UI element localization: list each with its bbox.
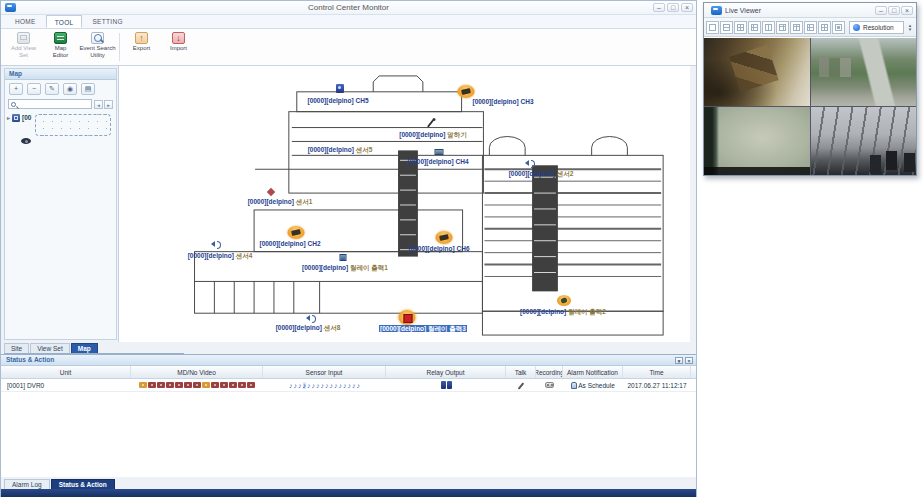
camera-feed-corridor-blurred[interactable]	[704, 107, 810, 175]
sidebar-tab-map[interactable]: Map	[71, 343, 98, 353]
sensor-status-icon[interactable]: ♪	[348, 382, 352, 389]
speaker-icon[interactable]	[306, 314, 316, 322]
camera-status-icon[interactable]	[247, 382, 255, 388]
relay-alarm-icon[interactable]	[399, 310, 416, 325]
sensor-status-icon[interactable]: ♪	[352, 382, 356, 389]
speaker-icon[interactable]	[525, 159, 535, 167]
bottom-tab-alarm-log[interactable]: Alarm Log	[4, 479, 50, 489]
ribbon-tab-setting[interactable]: SETTING	[84, 15, 130, 28]
map-device-label[interactable]: [0000][delpino] CH5	[307, 97, 368, 104]
relay-active-icon[interactable]	[557, 295, 571, 306]
relay-icon[interactable]	[340, 254, 347, 261]
speaker-icon[interactable]	[211, 240, 221, 248]
recording-icon[interactable]	[545, 382, 554, 388]
search-input[interactable]	[8, 99, 92, 109]
map-device-label[interactable]: [0000][delpino] CH2	[259, 240, 320, 247]
layout-16-icon[interactable]	[818, 21, 831, 34]
live-viewer-titlebar[interactable]: Live Viewer – □ ×	[704, 3, 916, 18]
map-device-label[interactable]: [0000][delpino] CH3	[472, 98, 533, 105]
sensor-status-icon[interactable]: ♪	[316, 382, 320, 389]
map-device-label[interactable]: [0000][delpino] CH6	[408, 245, 469, 252]
prev-icon[interactable]: ◂	[94, 100, 103, 109]
sidebar-tab-view-set[interactable]: View Set	[30, 343, 70, 353]
layout-8-icon[interactable]	[762, 21, 775, 34]
map-device-label[interactable]: [0000][delpino] 말하기	[399, 131, 467, 138]
lv-close-button[interactable]: ×	[901, 6, 913, 15]
expander-icon[interactable]: ▸	[7, 114, 10, 122]
camera-status-icon[interactable]	[157, 382, 165, 388]
map-editor-button[interactable]: Map Editor	[42, 31, 79, 63]
sensor-status-icon[interactable]: ♪	[343, 382, 347, 389]
layout-9-icon[interactable]	[776, 21, 789, 34]
sensor-status-icon[interactable]: ♪	[330, 382, 334, 389]
camera-alert-icon[interactable]	[458, 85, 475, 98]
map-device-label[interactable]: [0000][delpino] 센서5	[308, 146, 373, 153]
status-table-row[interactable]: [0001] DVR0♪♪♪♪♪♪♪♪♪♪♪♪♪♪♪♪As Schedule20…	[1, 379, 696, 392]
camera-status-icon[interactable]	[184, 382, 192, 388]
map-device-label[interactable]: [0000][delpino] 릴레이 출력1	[302, 264, 388, 271]
map-device-label[interactable]: [0000][delpino] 센서4	[188, 252, 253, 259]
camera-status-icon[interactable]	[139, 382, 147, 388]
export-button[interactable]: ↑Export	[123, 31, 160, 63]
sensor-status-icon[interactable]: ♪	[298, 382, 302, 389]
add-icon[interactable]: +	[9, 83, 23, 95]
sensor-status-icon[interactable]: ♪	[307, 382, 311, 389]
mic-icon[interactable]	[427, 118, 436, 128]
event-search-utility-button[interactable]: Event Search Utility	[79, 31, 116, 63]
map-view[interactable]: [0000][delpino] CH5[0000][delpino] CH3[0…	[118, 66, 690, 342]
tree-item[interactable]: ▸[00	[7, 114, 114, 136]
relay-status-icon[interactable]	[447, 381, 452, 389]
camera-status-icon[interactable]	[175, 382, 183, 388]
map-device-label[interactable]: [0000][delpino] 센서8	[276, 324, 341, 331]
layout-6-icon[interactable]	[748, 21, 761, 34]
layout-4-icon[interactable]	[734, 21, 747, 34]
layout-1-icon[interactable]	[706, 21, 719, 34]
camera-status-icon[interactable]	[211, 382, 219, 388]
camera-status-icon[interactable]	[193, 382, 201, 388]
ribbon-tab-tool[interactable]: TOOL	[46, 15, 83, 28]
layout-seq-icon[interactable]	[832, 21, 845, 34]
layout-2-icon[interactable]	[720, 21, 733, 34]
sensor-status-icon[interactable]: ♪	[289, 382, 293, 389]
remove-icon[interactable]: −	[27, 83, 41, 95]
eye-icon[interactable]	[21, 138, 31, 144]
sensor-status-icon[interactable]: ♪	[325, 382, 329, 389]
camera-status-icon[interactable]	[166, 382, 174, 388]
camera-feed-street-aerial[interactable]	[811, 38, 917, 106]
map-tree[interactable]: ▸[00	[5, 111, 116, 147]
talk-icon[interactable]	[517, 381, 526, 390]
camera-icon[interactable]	[336, 84, 344, 93]
sensor-status-icon[interactable]: ♪	[303, 382, 307, 389]
ribbon-tab-home[interactable]: HOME	[7, 15, 44, 28]
toolbar-spinner[interactable]: ▴▾	[906, 23, 914, 32]
sensor-icon[interactable]	[267, 188, 275, 196]
layout-10-icon[interactable]	[790, 21, 803, 34]
layers-icon[interactable]: ▤	[81, 83, 95, 95]
camera-status-icon[interactable]	[229, 382, 237, 388]
relay-status-icon[interactable]	[441, 381, 446, 389]
import-button[interactable]: ↓Import	[160, 31, 197, 63]
minimize-button[interactable]: –	[653, 3, 665, 12]
camera-feed-office-interior[interactable]	[811, 107, 917, 175]
sidebar-tab-site[interactable]: Site	[4, 343, 29, 353]
resolution-dropdown[interactable]: Resolution	[849, 21, 904, 34]
map-device-label[interactable]: [0000][delpino] 릴레이 출력2	[520, 308, 606, 315]
monitor-icon[interactable]	[435, 149, 444, 155]
titlebar[interactable]: Control Center Monitor – □ ×	[1, 1, 696, 15]
show-icon[interactable]: ◉	[63, 83, 77, 95]
camera-status-icon[interactable]	[238, 382, 246, 388]
layout-13-icon[interactable]	[804, 21, 817, 34]
close-icon[interactable]: ×	[685, 357, 693, 364]
sensor-status-icon[interactable]: ♪	[321, 382, 325, 389]
lv-minimize-button[interactable]: –	[875, 6, 887, 15]
sensor-status-icon[interactable]: ♪	[294, 382, 298, 389]
camera-status-icon[interactable]	[220, 382, 228, 388]
map-device-label[interactable]: [0000][delpino] 릴레이 출력3	[379, 325, 467, 332]
camera-feed-warehouse-interior[interactable]	[704, 38, 810, 106]
edit-icon[interactable]: ✎	[45, 83, 59, 95]
next-icon[interactable]: ▸	[104, 100, 113, 109]
map-device-label[interactable]: [0000][delpino] 센서1	[248, 198, 313, 205]
lv-maximize-button[interactable]: □	[888, 6, 900, 15]
collapse-icon[interactable]: ▾	[675, 357, 683, 364]
sensor-status-icon[interactable]: ♪	[357, 382, 361, 389]
